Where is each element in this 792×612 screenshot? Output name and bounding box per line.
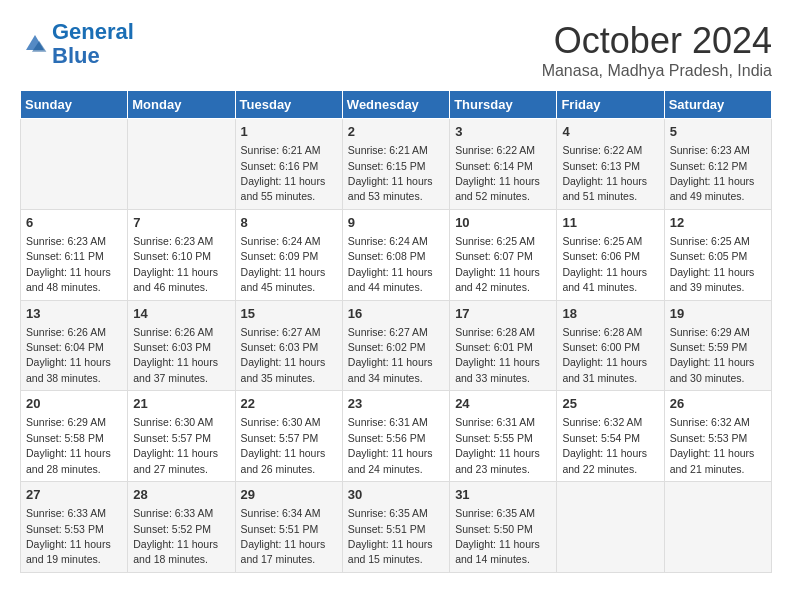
calendar-cell: 10Sunrise: 6:25 AMSunset: 6:07 PMDayligh… <box>450 209 557 300</box>
calendar-cell <box>557 482 664 573</box>
weekday-sunday: Sunday <box>21 91 128 119</box>
calendar-cell: 12Sunrise: 6:25 AMSunset: 6:05 PMDayligh… <box>664 209 771 300</box>
week-row-4: 20Sunrise: 6:29 AMSunset: 5:58 PMDayligh… <box>21 391 772 482</box>
calendar-body: 1Sunrise: 6:21 AMSunset: 6:16 PMDaylight… <box>21 119 772 573</box>
calendar-cell: 5Sunrise: 6:23 AMSunset: 6:12 PMDaylight… <box>664 119 771 210</box>
day-info: Sunrise: 6:25 AMSunset: 6:06 PMDaylight:… <box>562 235 647 293</box>
day-number: 8 <box>241 214 337 232</box>
week-row-2: 6Sunrise: 6:23 AMSunset: 6:11 PMDaylight… <box>21 209 772 300</box>
calendar-cell: 30Sunrise: 6:35 AMSunset: 5:51 PMDayligh… <box>342 482 449 573</box>
calendar-cell: 11Sunrise: 6:25 AMSunset: 6:06 PMDayligh… <box>557 209 664 300</box>
weekday-thursday: Thursday <box>450 91 557 119</box>
logo-icon <box>20 29 50 59</box>
day-number: 18 <box>562 305 658 323</box>
day-number: 24 <box>455 395 551 413</box>
day-info: Sunrise: 6:31 AMSunset: 5:55 PMDaylight:… <box>455 416 540 474</box>
day-number: 22 <box>241 395 337 413</box>
calendar-cell: 14Sunrise: 6:26 AMSunset: 6:03 PMDayligh… <box>128 300 235 391</box>
calendar-cell: 28Sunrise: 6:33 AMSunset: 5:52 PMDayligh… <box>128 482 235 573</box>
day-number: 26 <box>670 395 766 413</box>
day-number: 13 <box>26 305 122 323</box>
week-row-1: 1Sunrise: 6:21 AMSunset: 6:16 PMDaylight… <box>21 119 772 210</box>
day-info: Sunrise: 6:32 AMSunset: 5:53 PMDaylight:… <box>670 416 755 474</box>
calendar-cell <box>664 482 771 573</box>
day-number: 30 <box>348 486 444 504</box>
calendar-cell: 13Sunrise: 6:26 AMSunset: 6:04 PMDayligh… <box>21 300 128 391</box>
day-number: 28 <box>133 486 229 504</box>
day-info: Sunrise: 6:22 AMSunset: 6:13 PMDaylight:… <box>562 144 647 202</box>
day-info: Sunrise: 6:35 AMSunset: 5:50 PMDaylight:… <box>455 507 540 565</box>
day-info: Sunrise: 6:23 AMSunset: 6:12 PMDaylight:… <box>670 144 755 202</box>
day-number: 2 <box>348 123 444 141</box>
day-number: 3 <box>455 123 551 141</box>
day-number: 16 <box>348 305 444 323</box>
calendar-cell: 19Sunrise: 6:29 AMSunset: 5:59 PMDayligh… <box>664 300 771 391</box>
day-number: 14 <box>133 305 229 323</box>
day-info: Sunrise: 6:26 AMSunset: 6:03 PMDaylight:… <box>133 326 218 384</box>
calendar-cell: 16Sunrise: 6:27 AMSunset: 6:02 PMDayligh… <box>342 300 449 391</box>
calendar-cell <box>21 119 128 210</box>
calendar-cell: 21Sunrise: 6:30 AMSunset: 5:57 PMDayligh… <box>128 391 235 482</box>
day-number: 27 <box>26 486 122 504</box>
weekday-row: SundayMondayTuesdayWednesdayThursdayFrid… <box>21 91 772 119</box>
day-info: Sunrise: 6:33 AMSunset: 5:53 PMDaylight:… <box>26 507 111 565</box>
day-info: Sunrise: 6:24 AMSunset: 6:08 PMDaylight:… <box>348 235 433 293</box>
day-info: Sunrise: 6:23 AMSunset: 6:10 PMDaylight:… <box>133 235 218 293</box>
calendar-cell: 7Sunrise: 6:23 AMSunset: 6:10 PMDaylight… <box>128 209 235 300</box>
weekday-friday: Friday <box>557 91 664 119</box>
day-info: Sunrise: 6:30 AMSunset: 5:57 PMDaylight:… <box>133 416 218 474</box>
day-info: Sunrise: 6:24 AMSunset: 6:09 PMDaylight:… <box>241 235 326 293</box>
calendar-cell: 24Sunrise: 6:31 AMSunset: 5:55 PMDayligh… <box>450 391 557 482</box>
day-info: Sunrise: 6:35 AMSunset: 5:51 PMDaylight:… <box>348 507 433 565</box>
week-row-3: 13Sunrise: 6:26 AMSunset: 6:04 PMDayligh… <box>21 300 772 391</box>
calendar-cell: 31Sunrise: 6:35 AMSunset: 5:50 PMDayligh… <box>450 482 557 573</box>
calendar-cell: 27Sunrise: 6:33 AMSunset: 5:53 PMDayligh… <box>21 482 128 573</box>
logo: General Blue <box>20 20 134 68</box>
day-number: 31 <box>455 486 551 504</box>
day-info: Sunrise: 6:30 AMSunset: 5:57 PMDaylight:… <box>241 416 326 474</box>
weekday-tuesday: Tuesday <box>235 91 342 119</box>
day-number: 29 <box>241 486 337 504</box>
day-info: Sunrise: 6:34 AMSunset: 5:51 PMDaylight:… <box>241 507 326 565</box>
calendar-cell: 4Sunrise: 6:22 AMSunset: 6:13 PMDaylight… <box>557 119 664 210</box>
day-info: Sunrise: 6:29 AMSunset: 5:59 PMDaylight:… <box>670 326 755 384</box>
day-info: Sunrise: 6:29 AMSunset: 5:58 PMDaylight:… <box>26 416 111 474</box>
calendar-table: SundayMondayTuesdayWednesdayThursdayFrid… <box>20 90 772 573</box>
day-number: 10 <box>455 214 551 232</box>
day-number: 6 <box>26 214 122 232</box>
day-info: Sunrise: 6:28 AMSunset: 6:01 PMDaylight:… <box>455 326 540 384</box>
weekday-saturday: Saturday <box>664 91 771 119</box>
title-block: October 2024 Manasa, Madhya Pradesh, Ind… <box>542 20 772 80</box>
day-number: 21 <box>133 395 229 413</box>
calendar-cell: 26Sunrise: 6:32 AMSunset: 5:53 PMDayligh… <box>664 391 771 482</box>
day-info: Sunrise: 6:27 AMSunset: 6:03 PMDaylight:… <box>241 326 326 384</box>
day-number: 1 <box>241 123 337 141</box>
page-header: General Blue October 2024 Manasa, Madhya… <box>20 20 772 80</box>
calendar-cell <box>128 119 235 210</box>
calendar-cell: 22Sunrise: 6:30 AMSunset: 5:57 PMDayligh… <box>235 391 342 482</box>
calendar-cell: 3Sunrise: 6:22 AMSunset: 6:14 PMDaylight… <box>450 119 557 210</box>
logo-text: General Blue <box>52 20 134 68</box>
day-info: Sunrise: 6:28 AMSunset: 6:00 PMDaylight:… <box>562 326 647 384</box>
day-info: Sunrise: 6:33 AMSunset: 5:52 PMDaylight:… <box>133 507 218 565</box>
day-info: Sunrise: 6:25 AMSunset: 6:07 PMDaylight:… <box>455 235 540 293</box>
calendar-cell: 9Sunrise: 6:24 AMSunset: 6:08 PMDaylight… <box>342 209 449 300</box>
day-number: 20 <box>26 395 122 413</box>
weekday-monday: Monday <box>128 91 235 119</box>
day-info: Sunrise: 6:32 AMSunset: 5:54 PMDaylight:… <box>562 416 647 474</box>
day-number: 17 <box>455 305 551 323</box>
day-number: 7 <box>133 214 229 232</box>
calendar-cell: 25Sunrise: 6:32 AMSunset: 5:54 PMDayligh… <box>557 391 664 482</box>
logo-line1: General <box>52 19 134 44</box>
day-number: 19 <box>670 305 766 323</box>
calendar-cell: 29Sunrise: 6:34 AMSunset: 5:51 PMDayligh… <box>235 482 342 573</box>
calendar-header: SundayMondayTuesdayWednesdayThursdayFrid… <box>21 91 772 119</box>
calendar-cell: 20Sunrise: 6:29 AMSunset: 5:58 PMDayligh… <box>21 391 128 482</box>
day-info: Sunrise: 6:26 AMSunset: 6:04 PMDaylight:… <box>26 326 111 384</box>
calendar-cell: 18Sunrise: 6:28 AMSunset: 6:00 PMDayligh… <box>557 300 664 391</box>
day-number: 11 <box>562 214 658 232</box>
month-title: October 2024 <box>542 20 772 62</box>
day-info: Sunrise: 6:27 AMSunset: 6:02 PMDaylight:… <box>348 326 433 384</box>
calendar-cell: 2Sunrise: 6:21 AMSunset: 6:15 PMDaylight… <box>342 119 449 210</box>
day-number: 9 <box>348 214 444 232</box>
